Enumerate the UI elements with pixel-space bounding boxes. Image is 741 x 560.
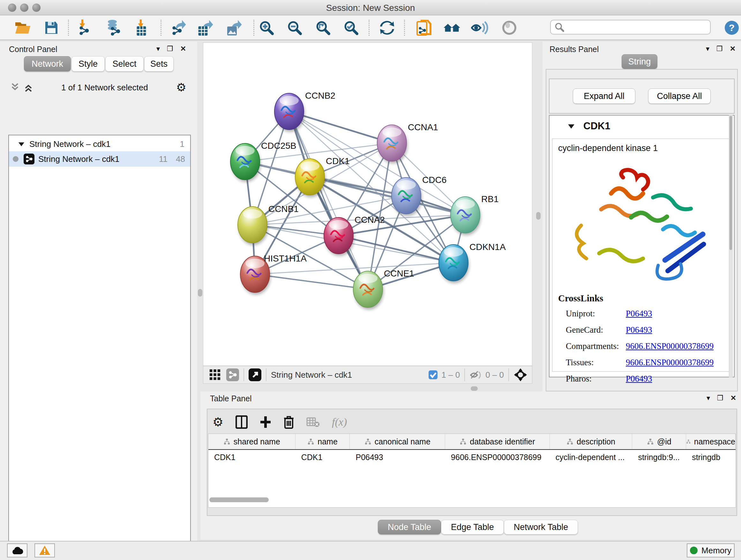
tab-style[interactable]: Style [71,56,105,71]
panel-close-icon[interactable]: ✕ [180,45,186,52]
birdseye-toggle-icon[interactable] [514,368,528,382]
view-share-icon[interactable] [226,368,239,381]
add-column-icon[interactable] [260,416,271,428]
panel-float-icon[interactable]: ❒ [167,45,173,52]
export-network-icon[interactable] [170,19,187,36]
search-input[interactable] [550,20,711,35]
zoom-out-icon[interactable] [286,19,303,36]
tab-network[interactable]: Network [24,56,71,71]
column-header-description[interactable]: description [550,434,632,449]
warning-button[interactable] [35,543,55,557]
zoom-in-icon[interactable] [258,19,275,36]
column-header-namespace[interactable]: namespace [686,434,736,449]
network-node-ccna1[interactable] [377,125,408,164]
tree-collapse-icon[interactable] [18,141,25,147]
left-splitter-handle[interactable] [198,289,202,297]
network-node-cdc25b[interactable] [230,143,261,182]
network-edge[interactable] [339,236,454,263]
column-header-shared-name[interactable]: shared name [208,434,295,449]
results-scrollbar[interactable] [729,115,733,377]
network-canvas[interactable]: CCNB2CCNA1CDC25BCDK1CDC6RB1CCNB1CCNA2CDK… [203,43,532,366]
expand-all-button[interactable]: Expand All [573,88,635,104]
cloud-button[interactable] [7,543,27,557]
column-header-canonical-name[interactable]: canonical name [350,434,445,449]
import-network-database-icon[interactable] [105,19,123,36]
table-cell[interactable]: stringdb:9... [632,450,686,464]
export-table-icon[interactable] [197,19,214,36]
table-row[interactable]: CDK1CDK1P064939606.ENSP00000378699cyclin… [208,450,736,464]
column-header-name[interactable]: name [295,434,350,449]
tab-select[interactable]: Select [105,56,144,71]
network-node-ccne1[interactable] [353,271,384,310]
network-tree-root-row[interactable]: String Network – cdk1 1 [9,137,190,151]
home-icon[interactable] [443,19,461,36]
bottom-splitter-handle[interactable] [471,386,478,391]
network-edge[interactable] [255,274,368,289]
table-cell[interactable]: 9606.ENSP00000378699 [445,450,550,464]
network-node-ccnb1[interactable] [238,206,268,245]
network-graph[interactable]: CCNB2CCNA1CDC25BCDK1CDC6RB1CCNB1CCNA2CDK… [203,43,532,366]
right-splitter-handle[interactable] [536,212,541,220]
network-tree-child-row[interactable]: String Network – cdk1 11 48 [9,151,190,167]
tab-node-table[interactable]: Node Table [378,520,441,535]
gene-collapse-icon[interactable] [567,123,575,129]
selected-checkbox-icon[interactable] [428,370,438,380]
open-session-icon[interactable] [14,19,31,36]
panel-close-icon[interactable]: ✕ [730,45,736,52]
gene-card-header[interactable]: CDK1 [549,116,734,137]
refresh-icon[interactable] [379,19,396,36]
import-network-icon[interactable] [76,19,93,36]
panel-menu-icon[interactable]: ▾ [156,45,160,52]
tab-sets[interactable]: Sets [144,56,174,71]
delete-table-icon [307,417,320,428]
table-hscrollbar[interactable] [209,497,269,502]
table-cell[interactable]: CDK1 [295,450,350,464]
delete-column-icon[interactable] [283,415,294,429]
show-columns-icon[interactable] [235,415,248,429]
crosslink-link[interactable]: P06493 [626,325,652,334]
crosslink-link[interactable]: P06493 [626,309,652,318]
grid-view-icon[interactable] [209,369,221,381]
table-cell[interactable]: stringdb [686,450,736,464]
panel-close-icon[interactable]: ✕ [731,395,736,401]
network-node-ccnb2[interactable] [274,93,305,132]
panel-menu-icon[interactable]: ▾ [706,395,710,401]
import-table-icon[interactable] [133,19,150,36]
table-settings-gear-icon[interactable]: ⚙ [212,415,223,429]
collapse-all-button[interactable]: Collapse All [648,88,711,104]
tab-edge-table[interactable]: Edge Table [441,520,504,535]
show-graphics-details-icon[interactable] [471,19,488,36]
expand-all-icon[interactable] [23,82,33,92]
table-cell[interactable]: CDK1 [208,450,295,464]
detach-view-icon[interactable] [249,368,261,381]
column-header-database-identifier[interactable]: database identifier [445,434,550,449]
column-header--id[interactable]: @id [632,434,686,449]
crosslink-link[interactable]: 9606.ENSP00000378699 [626,341,714,351]
tab-network-table[interactable]: Network Table [504,520,578,535]
network-options-gear-icon[interactable]: ⚙ [176,81,186,94]
network-node-cdk1[interactable] [295,159,326,197]
birds-eye-icon[interactable] [501,19,518,36]
network-node-rb1[interactable] [451,197,481,235]
zoom-selected-icon[interactable] [342,19,360,36]
export-image-icon[interactable] [225,19,243,36]
crosslink-link[interactable]: 9606.ENSP00000378699 [626,358,714,367]
panel-float-icon[interactable]: ❒ [717,395,724,401]
panel-menu-icon[interactable]: ▾ [706,45,710,52]
zoom-fit-icon[interactable] [314,19,332,36]
memory-button[interactable]: Memory [687,543,735,557]
string-app-icon[interactable] [416,19,433,36]
hidden-eye-icon[interactable] [469,369,483,380]
tab-string[interactable]: String [622,54,657,69]
network-node-ccna2[interactable] [324,217,354,256]
table-cell[interactable]: cyclin-dependent ... [550,450,632,464]
crosslink-link[interactable]: P06493 [626,374,652,383]
node-table[interactable]: shared namenamecanonical namedatabase id… [208,434,736,508]
help-icon[interactable]: ? [723,19,740,36]
collapse-all-icon[interactable] [10,82,20,92]
panel-float-icon[interactable]: ❒ [717,45,723,52]
table-cell[interactable]: P06493 [350,450,445,464]
network-tree: String Network – cdk1 1 String Network –… [8,135,191,560]
network-node-cdkn1a[interactable] [439,245,469,283]
save-session-icon[interactable] [43,19,60,36]
